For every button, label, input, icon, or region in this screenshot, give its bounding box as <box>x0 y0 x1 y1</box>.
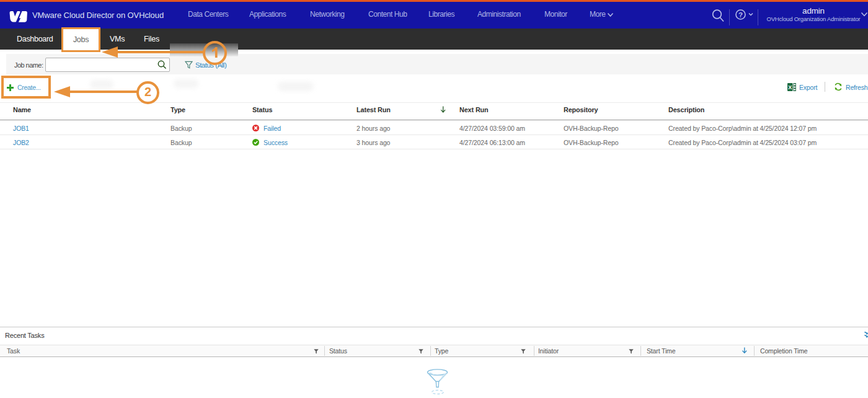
svg-text:?: ? <box>738 11 743 19</box>
svg-text:X: X <box>788 84 792 91</box>
